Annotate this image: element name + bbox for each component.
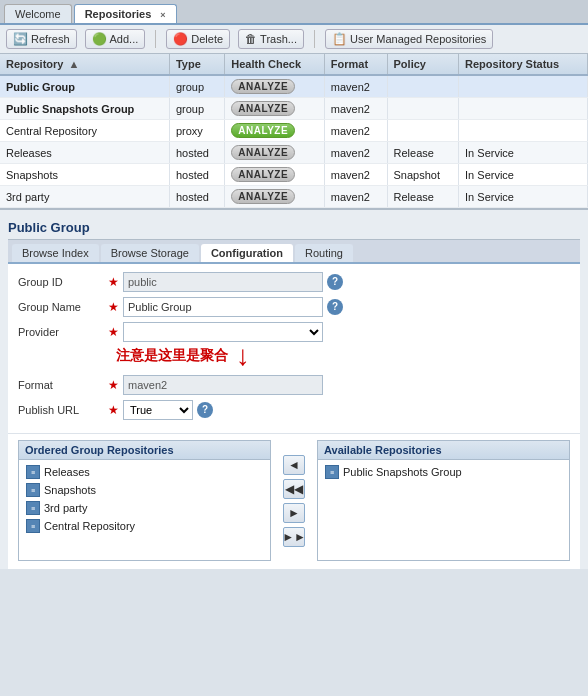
group-name-help[interactable]: ?: [327, 299, 343, 315]
annotation-container: 注意是这里是聚合 ↓: [112, 342, 570, 370]
repo-status-cell: In Service: [459, 186, 588, 208]
publish-url-select[interactable]: True False: [123, 400, 193, 420]
sub-tab-routing[interactable]: Routing: [295, 244, 353, 262]
main-toolbar: 🔄 Refresh 🟢 Add... 🔴 Delete 🗑 Trash... 📋…: [0, 25, 588, 54]
table-row[interactable]: Public Snapshots GroupgroupANALYZEmaven2: [0, 98, 588, 120]
repo-type-cell: group: [169, 75, 224, 98]
sub-tab-configuration[interactable]: Configuration: [201, 244, 293, 262]
group-id-help[interactable]: ?: [327, 274, 343, 290]
group-id-label: Group ID: [18, 276, 108, 288]
repo-analyze-cell: ANALYZE: [225, 186, 324, 208]
col-format: Format: [324, 54, 387, 75]
analyze-button[interactable]: ANALYZE: [231, 145, 295, 160]
ordered-repos-list: ≡ Releases≡ Snapshots≡ 3rd party≡ Centra…: [19, 460, 270, 560]
refresh-icon: 🔄: [13, 32, 28, 46]
ordered-repos-title: Ordered Group Repositories: [19, 441, 270, 460]
provider-select[interactable]: [123, 322, 323, 342]
repo-policy-cell: Snapshot: [387, 164, 459, 186]
tab-repositories[interactable]: Repositories ×: [74, 4, 177, 23]
repo-analyze-cell: ANALYZE: [225, 164, 324, 186]
col-health-check: Health Check: [225, 54, 324, 75]
delete-button[interactable]: 🔴 Delete: [166, 29, 230, 49]
repo-icon: ≡: [26, 501, 40, 515]
annotation-arrow: ↓: [236, 342, 250, 370]
sub-tab-browse-index[interactable]: Browse Index: [12, 244, 99, 262]
repo-name-cell: Public Snapshots Group: [0, 98, 169, 120]
repo-format-cell: maven2: [324, 120, 387, 142]
analyze-button[interactable]: ANALYZE: [231, 189, 295, 204]
available-repos-title: Available Repositories: [318, 441, 569, 460]
tab-welcome-label: Welcome: [15, 8, 61, 20]
user-managed-icon: 📋: [332, 32, 347, 46]
available-repo-item[interactable]: ≡ Public Snapshots Group: [322, 463, 565, 481]
format-required: ★: [108, 378, 119, 392]
main-tab-bar: Welcome Repositories ×: [0, 0, 588, 25]
analyze-button[interactable]: ANALYZE: [231, 101, 295, 116]
arrow-left-all-button[interactable]: ◀◀: [283, 479, 305, 499]
ordered-repo-item[interactable]: ≡ Central Repository: [23, 517, 266, 535]
analyze-button[interactable]: ANALYZE: [231, 123, 295, 138]
add-label: Add...: [110, 33, 139, 45]
repo-status-cell: In Service: [459, 164, 588, 186]
repo-status-cell: In Service: [459, 142, 588, 164]
repo-analyze-cell: ANALYZE: [225, 75, 324, 98]
repo-name-cell: 3rd party: [0, 186, 169, 208]
repo-policy-cell: [387, 120, 459, 142]
repo-policy-cell: [387, 75, 459, 98]
arrow-left-button[interactable]: ◄: [283, 455, 305, 475]
table-row[interactable]: 3rd partyhostedANALYZEmaven2ReleaseIn Se…: [0, 186, 588, 208]
group-id-input[interactable]: [123, 272, 323, 292]
sub-tab-browse-storage[interactable]: Browse Storage: [101, 244, 199, 262]
repo-name-cell: Snapshots: [0, 164, 169, 186]
tab-welcome[interactable]: Welcome: [4, 4, 72, 23]
repo-format-cell: maven2: [324, 98, 387, 120]
group-name-row: Group Name ★ ?: [18, 297, 570, 317]
repo-status-cell: [459, 75, 588, 98]
available-repos-box: Available Repositories ≡ Public Snapshot…: [317, 440, 570, 561]
group-name-label: Group Name: [18, 301, 108, 313]
trash-label: Trash...: [260, 33, 297, 45]
add-button[interactable]: 🟢 Add...: [85, 29, 146, 49]
user-managed-button[interactable]: 📋 User Managed Repositories: [325, 29, 493, 49]
repo-policy-cell: Release: [387, 186, 459, 208]
ordered-repo-item[interactable]: ≡ Snapshots: [23, 481, 266, 499]
table-row[interactable]: ReleaseshostedANALYZEmaven2ReleaseIn Ser…: [0, 142, 588, 164]
repo-icon: ≡: [325, 465, 339, 479]
ordered-repo-item[interactable]: ≡ 3rd party: [23, 499, 266, 517]
tab-repositories-label: Repositories: [85, 8, 152, 20]
toolbar-separator: [155, 30, 156, 48]
group-name-input[interactable]: [123, 297, 323, 317]
available-repos-list: ≡ Public Snapshots Group: [318, 460, 569, 560]
analyze-button[interactable]: ANALYZE: [231, 167, 295, 182]
table-row[interactable]: SnapshotshostedANALYZEmaven2SnapshotIn S…: [0, 164, 588, 186]
table-row[interactable]: Public GroupgroupANALYZEmaven2: [0, 75, 588, 98]
repo-status-cell: [459, 98, 588, 120]
col-repository: Repository ▲: [0, 54, 169, 75]
ordered-repo-item[interactable]: ≡ Releases: [23, 463, 266, 481]
table-row[interactable]: Central RepositoryproxyANALYZEmaven2: [0, 120, 588, 142]
group-id-required: ★: [108, 275, 119, 289]
publish-url-label: Publish URL: [18, 404, 108, 416]
group-name-required: ★: [108, 300, 119, 314]
detail-panel: Public Group Browse Index Browse Storage…: [0, 210, 588, 569]
arrow-right-button[interactable]: ►: [283, 503, 305, 523]
repo-analyze-cell: ANALYZE: [225, 98, 324, 120]
trash-button[interactable]: 🗑 Trash...: [238, 29, 304, 49]
arrow-right-all-button[interactable]: ►►: [283, 527, 305, 547]
analyze-button[interactable]: ANALYZE: [231, 79, 295, 94]
trash-icon: 🗑: [245, 32, 257, 46]
refresh-button[interactable]: 🔄 Refresh: [6, 29, 77, 49]
publish-url-help[interactable]: ?: [197, 402, 213, 418]
tab-repositories-close[interactable]: ×: [160, 10, 165, 20]
repo-icon: ≡: [26, 483, 40, 497]
repository-table: Repository ▲ Type Health Check Format Po…: [0, 54, 588, 208]
repo-type-cell: hosted: [169, 142, 224, 164]
table-body: Public GroupgroupANALYZEmaven2Public Sna…: [0, 75, 588, 208]
col-status: Repository Status: [459, 54, 588, 75]
repo-type-cell: hosted: [169, 164, 224, 186]
provider-annotation-container: Provider ★ 注意是这里是聚合 ↓: [18, 322, 570, 370]
toolbar-separator-2: [314, 30, 315, 48]
sub-tab-bar: Browse Index Browse Storage Configuratio…: [8, 240, 580, 264]
config-form: Group ID ★ ? Group Name ★ ? Provider ★ 注…: [8, 264, 580, 433]
repo-format-cell: maven2: [324, 164, 387, 186]
